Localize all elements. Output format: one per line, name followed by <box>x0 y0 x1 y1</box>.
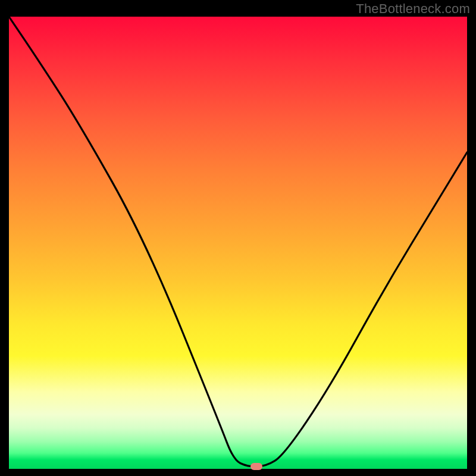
plot-area <box>9 17 467 469</box>
bottleneck-curve <box>9 17 467 469</box>
watermark-text: TheBottleneck.com <box>356 1 470 17</box>
optimal-point-marker <box>250 463 262 470</box>
chart-stage: TheBottleneck.com <box>0 0 476 476</box>
